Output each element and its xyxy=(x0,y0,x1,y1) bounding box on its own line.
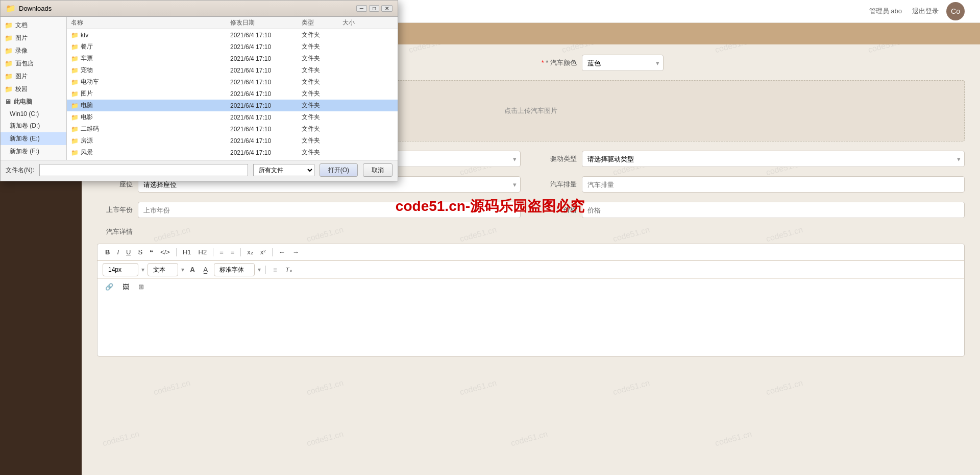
rte-sep4 xyxy=(272,248,273,256)
nav-drive-f[interactable]: 新加卷 (F:) xyxy=(1,145,66,158)
file-type: 文件夹 xyxy=(302,54,342,63)
rte-image[interactable]: 🖼 xyxy=(120,282,132,292)
dialog-bottom: 文件名(N): 所有文件 打开(O) 取消 xyxy=(1,160,398,180)
file-row[interactable]: 📁 房源 2021/6/4 17:10 文件夹 xyxy=(67,135,398,147)
col-date: 修改日期 xyxy=(230,18,302,27)
rte-align[interactable]: ≡ xyxy=(271,265,280,275)
file-type: 文件夹 xyxy=(302,66,342,75)
form-group-emission: 汽车排量 xyxy=(541,176,965,193)
form-group-year: 上市年份 xyxy=(97,202,521,218)
file-name: 餐厅 xyxy=(81,42,93,51)
win10-label: Win10 (C:) xyxy=(10,110,39,117)
image-upload-placeholder: 点击上传汽车图片 xyxy=(504,106,557,115)
file-date: 2021/6/4 17:10 xyxy=(230,102,302,109)
rte-sup[interactable]: x² xyxy=(258,247,268,257)
dialog-close-btn[interactable]: ✕ xyxy=(381,5,393,12)
nav-images[interactable]: 📁 图片 xyxy=(1,32,66,44)
rte-style[interactable]: 文本 xyxy=(148,263,178,276)
nav-campus[interactable]: 📁 校园 xyxy=(1,83,66,96)
rte-font-color2[interactable]: A̲ xyxy=(201,265,211,275)
rte-container: B I U S ❝ </> H1 H2 ≡ ≡ x₂ x² ← xyxy=(97,244,965,357)
rte-table[interactable]: ⊞ xyxy=(136,282,146,292)
rte-quote[interactable]: ❝ xyxy=(147,247,156,257)
year-input[interactable] xyxy=(138,202,521,218)
rte-indent-right[interactable]: → xyxy=(290,247,302,257)
drive-select[interactable]: 请选择驱动类型 xyxy=(582,151,965,167)
file-row[interactable]: 📁 车票 2021/6/4 17:10 文件夹 xyxy=(67,53,398,64)
rte-font-family[interactable]: 标准字体 xyxy=(214,263,255,276)
rte-style-unit: ▾ xyxy=(181,266,184,273)
file-folder-icon: 📁 xyxy=(71,137,79,145)
cancel-btn[interactable]: 取消 xyxy=(363,163,393,177)
file-folder-icon: 📁 xyxy=(71,90,79,98)
nav-documents-label: 文档 xyxy=(15,21,28,30)
rte-h2[interactable]: H2 xyxy=(196,247,210,257)
price-input[interactable] xyxy=(582,202,965,218)
file-date: 2021/6/4 17:10 xyxy=(230,114,302,121)
rte-body[interactable] xyxy=(97,295,964,356)
rte-font-size[interactable]: 14px xyxy=(103,263,138,276)
form-row-4: 上市年份 价格 xyxy=(97,202,965,218)
file-date: 2021/6/4 17:10 xyxy=(230,43,302,51)
dialog-minimize-btn[interactable]: ─ xyxy=(356,5,367,12)
rte-code[interactable]: </> xyxy=(158,247,173,257)
folder-icon-recordings: 📁 xyxy=(5,47,13,55)
file-row[interactable]: 📁 餐厅 2021/6/4 17:10 文件夹 xyxy=(67,41,398,53)
nav-documents[interactable]: 📁 文档 xyxy=(1,19,66,32)
dialog-maximize-btn[interactable]: □ xyxy=(369,5,379,12)
file-row[interactable]: 📁 ktv 2021/6/4 17:10 文件夹 xyxy=(67,29,398,41)
file-folder-icon: 📁 xyxy=(71,114,79,121)
file-row[interactable]: 📁 服务中心 2021/6/4 17:10 文件夹 xyxy=(67,158,398,160)
nav-pics[interactable]: 📁 图片 xyxy=(1,70,66,83)
file-name: 二维码 xyxy=(81,125,99,133)
form-group-drive: 驱动类型 请选择驱动类型 xyxy=(541,151,965,167)
dialog-nav: 📁 文档 📁 图片 📁 录像 📁 面包店 📁 图片 📁 校园 xyxy=(1,17,67,160)
file-rows-container: 📁 ktv 2021/6/4 17:10 文件夹 📁 餐厅 2021/6/4 1… xyxy=(67,29,398,160)
nav-this-pc: 🖥 此电脑 xyxy=(1,96,66,108)
nav-bakery[interactable]: 📁 面包店 xyxy=(1,57,66,70)
rte-toolbar: B I U S ❝ </> H1 H2 ≡ ≡ x₂ x² ← xyxy=(97,244,964,260)
rte-italic[interactable]: I xyxy=(114,247,121,257)
file-row[interactable]: 📁 电影 2021/6/4 17:10 文件夹 xyxy=(67,111,398,123)
file-row[interactable]: 📁 电脑 2021/6/4 17:10 文件夹 xyxy=(67,100,398,111)
file-folder-icon: 📁 xyxy=(71,43,79,51)
nav-drive-g[interactable]: 新加卷 (G:) xyxy=(1,158,66,160)
file-date: 2021/6/4 17:10 xyxy=(230,32,302,39)
emission-input[interactable] xyxy=(582,176,965,193)
pc-icon: 🖥 xyxy=(5,98,11,106)
rte-sub[interactable]: x₂ xyxy=(244,247,256,257)
car-color-select[interactable]: 蓝色 xyxy=(582,55,664,71)
nav-drive-e[interactable]: 新加卷 (E:) xyxy=(1,132,66,145)
rte-strike[interactable]: S xyxy=(135,247,145,257)
file-row[interactable]: 📁 风景 2021/6/4 17:10 文件夹 xyxy=(67,147,398,158)
file-type: 文件夹 xyxy=(302,136,342,145)
folder-icon-campus: 📁 xyxy=(5,85,13,93)
rte-h1[interactable]: H1 xyxy=(180,247,194,257)
rte-clear-format[interactable]: Tₓ xyxy=(283,265,295,275)
car-color-select-wrapper: 蓝色 xyxy=(582,55,664,71)
filename-input[interactable] xyxy=(39,164,248,176)
rte-indent-left[interactable]: ← xyxy=(276,247,288,257)
file-type: 文件夹 xyxy=(302,42,342,51)
rte-underline[interactable]: U xyxy=(124,247,133,257)
rte-font-color[interactable]: A xyxy=(187,265,198,275)
nav-bakery-label: 面包店 xyxy=(15,59,34,68)
nav-win10[interactable]: Win10 (C:) xyxy=(1,108,66,120)
filetype-select[interactable]: 所有文件 xyxy=(253,164,314,176)
rte-list-bullet[interactable]: ≡ xyxy=(228,247,237,257)
nav-recordings[interactable]: 📁 录像 xyxy=(1,44,66,57)
file-name: 宠物 xyxy=(81,66,93,75)
open-btn[interactable]: 打开(O) xyxy=(320,163,358,177)
topbar-logout[interactable]: 退出登录 xyxy=(912,7,939,16)
file-row[interactable]: 📁 电动车 2021/6/4 17:10 文件夹 xyxy=(67,76,398,88)
file-row[interactable]: 📁 图片 2021/6/4 17:10 文件夹 xyxy=(67,88,398,100)
rte-link[interactable]: 🔗 xyxy=(103,282,116,292)
rte-list-ordered[interactable]: ≡ xyxy=(217,247,226,257)
file-row[interactable]: 📁 二维码 2021/6/4 17:10 文件夹 xyxy=(67,123,398,135)
nav-drive-d[interactable]: 新加卷 (D:) xyxy=(1,120,66,132)
rte-font-family-unit: ▾ xyxy=(258,266,261,273)
folder-icon-documents: 📁 xyxy=(5,21,13,29)
file-row[interactable]: 📁 宠物 2021/6/4 17:10 文件夹 xyxy=(67,64,398,76)
folder-icon-pics: 📁 xyxy=(5,73,13,80)
rte-bold[interactable]: B xyxy=(103,247,112,257)
